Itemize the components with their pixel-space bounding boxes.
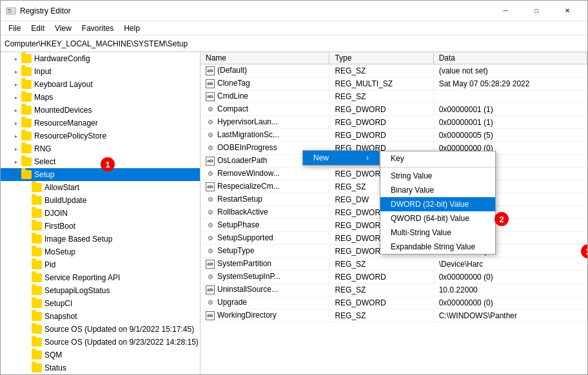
svg-rect-3	[8, 12, 12, 13]
cell-name: ⚙SetupPhase	[201, 219, 329, 232]
cell-name: ⚙RestartSetup	[201, 193, 329, 206]
ab-icon: ab	[206, 182, 215, 191]
tree-item[interactable]: Pid	[1, 258, 200, 271]
right-panel[interactable]: Name Type Data ab(Default)REG_SZ(value n…	[201, 52, 587, 374]
table-row[interactable]: ⚙SystemSetupInP...REG_DWORD0x00000000 (0…	[201, 271, 587, 284]
tree-expand-icon: ▸	[11, 157, 21, 167]
ab-icon: ab	[206, 311, 215, 320]
svg-rect-2	[8, 11, 13, 12]
table-row[interactable]: abCloneTagREG_MULTI_SZSat May 07 05:28:2…	[201, 77, 587, 90]
tree-item[interactable]: SetupapiLogStatus	[1, 284, 200, 297]
tree-expand-icon	[21, 208, 32, 218]
tree-item-label: BuildUpdate	[44, 196, 86, 205]
tree-item[interactable]: BuildUpdate	[1, 194, 200, 207]
folder-icon	[32, 273, 42, 282]
table-row[interactable]: abUninstallSource...REG_SZ10.0.22000	[201, 284, 587, 296]
maximize-button[interactable]: □	[522, 1, 551, 21]
folder-icon	[32, 286, 42, 295]
cell-type: REG_DWORD	[329, 129, 433, 142]
submenu-item[interactable]: Binary Value	[380, 183, 495, 197]
tree-item[interactable]: Source OS (Updated on 9/1/2022 15:17:45)	[1, 323, 200, 336]
tree-item[interactable]: MoSetup	[1, 245, 200, 258]
tree-item-label: ResourcePolicyStore	[34, 131, 106, 140]
cell-name: ⚙SetupSupported	[201, 232, 329, 245]
menu-view[interactable]: View	[50, 23, 77, 34]
submenu-item[interactable]: Multi-String Value	[380, 226, 495, 240]
cell-name: ⚙Upgrade	[201, 296, 329, 309]
tree-item[interactable]: Source OS (Updated on 9/23/2022 14:28:15…	[1, 336, 200, 349]
content-area: ▸HardwareConfig▸Input▸Keyboard Layout▸Ma…	[1, 52, 587, 374]
tree-item[interactable]: FirstBoot	[1, 220, 200, 233]
tree-item-label: Pid	[44, 260, 55, 269]
cell-type: REG_SZ	[329, 90, 433, 103]
context-menu[interactable]: New › KeyString ValueBinary ValueDWORD (…	[302, 150, 380, 166]
tree-item[interactable]: ▸Input	[1, 65, 200, 78]
tree-item[interactable]: ▸RNG	[1, 142, 200, 155]
tree-item[interactable]: ▸ResourceManager	[1, 117, 200, 130]
tree-item-label: RNG	[34, 144, 52, 153]
table-row[interactable]: abWorkingDirectoryREG_SZC:\WINDOWS\Panth…	[201, 309, 587, 322]
submenu-item[interactable]: DWORD (32-bit) Value	[380, 197, 495, 211]
tree-item[interactable]: AllowStart	[1, 181, 200, 194]
tree-item[interactable]: SQM	[1, 349, 200, 361]
tree-expand-icon	[21, 221, 32, 231]
cell-name: abRespecializeCm...	[201, 180, 329, 193]
submenu-item[interactable]: String Value	[380, 169, 495, 183]
gear-icon: ⚙	[206, 195, 215, 204]
tree-expand-icon	[21, 350, 32, 360]
tree-item[interactable]: SetupCI	[1, 297, 200, 310]
table-row[interactable]: ⚙LastMigrationSc...REG_DWORD0x00000005 (…	[201, 129, 587, 142]
cell-type: REG_SZ	[329, 309, 433, 322]
submenu[interactable]: KeyString ValueBinary ValueDWORD (32-bit…	[380, 151, 496, 255]
menu-edit[interactable]: Edit	[26, 23, 50, 34]
tree-item[interactable]: ▸Maps	[1, 91, 200, 104]
tree-item[interactable]: Snapshot	[1, 310, 200, 323]
table-row[interactable]: ab(Default)REG_SZ(value not set)	[201, 64, 587, 77]
menu-favorites[interactable]: Favorites	[77, 23, 119, 34]
tree-item[interactable]: ▸ResourcePolicyStore	[1, 130, 200, 142]
table-row[interactable]: ⚙HypervisorLaun...REG_DWORD0x00000001 (1…	[201, 116, 587, 129]
left-panel[interactable]: ▸HardwareConfig▸Input▸Keyboard Layout▸Ma…	[1, 52, 201, 374]
tree-item-label: MoSetup	[44, 247, 75, 256]
tree-item[interactable]: DJOIN	[1, 207, 200, 220]
ab-icon: ab	[206, 285, 215, 294]
folder-icon	[32, 196, 42, 205]
minimize-button[interactable]: ─	[491, 1, 520, 21]
cell-data	[433, 90, 587, 103]
tree-expand-icon	[21, 311, 32, 322]
table-row[interactable]: ⚙UpgradeREG_DWORD0x00000000 (0)	[201, 296, 587, 309]
tree-item[interactable]: ▸MountedDevices	[1, 104, 200, 117]
col-data: Data	[433, 52, 587, 64]
table-row[interactable]: abSystemPartitionREG_SZ\Device\Harc	[201, 258, 587, 271]
registry-editor-window: Registry Editor ─ □ ✕ File Edit View Fav…	[0, 0, 588, 375]
gear-icon: ⚙	[206, 131, 215, 140]
tree-expand-icon: ▸	[11, 79, 21, 90]
gear-icon: ⚙	[206, 169, 215, 178]
context-item-new[interactable]: New ›	[303, 151, 379, 165]
tree-item[interactable]: ▸Keyboard Layout	[1, 78, 200, 91]
tree-item[interactable]: Image Based Setup	[1, 233, 200, 245]
folder-icon	[21, 119, 32, 128]
submenu-item[interactable]: QWORD (64-bit) Value	[380, 211, 495, 226]
tree-expand-icon: ▸	[11, 105, 21, 115]
cell-type: REG_DWORD	[329, 296, 433, 309]
cell-name: ⚙RollbackActive	[201, 206, 329, 219]
menu-file[interactable]: File	[3, 23, 26, 34]
cell-name: abWorkingDirectory	[201, 309, 329, 322]
menu-help[interactable]: Help	[119, 23, 145, 34]
tree-item[interactable]: Service Reporting API	[1, 271, 200, 284]
gear-icon: ⚙	[206, 221, 215, 230]
table-row[interactable]: ⚙CompactREG_DWORD0x00000001 (1)	[201, 103, 587, 116]
submenu-item[interactable]: Expandable String Value	[380, 240, 495, 254]
close-button[interactable]: ✕	[553, 1, 582, 21]
tree-item[interactable]: ▾Setup	[1, 168, 200, 181]
ab-icon: ab	[206, 79, 215, 88]
table-row[interactable]: abCmdLineREG_SZ	[201, 90, 587, 103]
cell-data: 0x00000000 (0)	[433, 271, 587, 284]
gear-icon: ⚙	[206, 105, 215, 114]
submenu-item[interactable]: Key	[380, 151, 495, 166]
tree-item[interactable]: ▸HardwareConfig	[1, 52, 200, 65]
col-type: Type	[329, 52, 433, 64]
tree-item[interactable]: Status	[1, 361, 200, 374]
folder-icon	[32, 363, 42, 372]
